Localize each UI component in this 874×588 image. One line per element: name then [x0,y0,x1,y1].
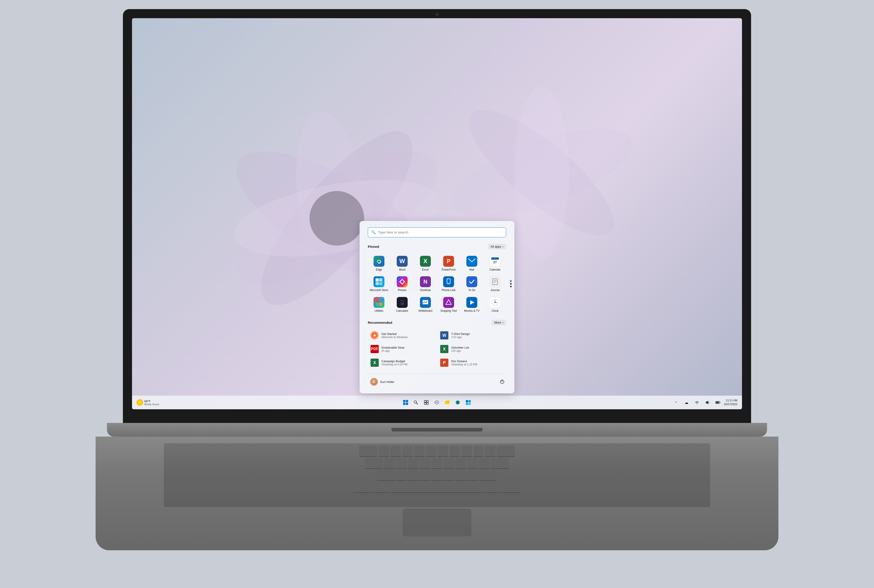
app-store[interactable]: Microsoft Store [368,274,390,294]
start-button[interactable] [401,398,410,407]
key-w[interactable] [390,446,401,457]
all-apps-button[interactable]: All apps › [488,244,506,249]
time-display[interactable]: 11:11 AM 10/27/2022 [724,399,737,406]
rec-name-oceans: Our Oceans [451,360,477,363]
app-snipping[interactable]: Snipping Tool [438,295,460,314]
snipping-label: Snipping Tool [441,309,457,312]
chevron-right-icon: › [502,245,504,248]
store-taskbar-button[interactable] [463,398,473,407]
utilities-icon [373,297,384,308]
key-ralt[interactable] [483,482,502,493]
rec-sustainable[interactable]: PDF Sustainable Seas 2h ago [368,343,436,356]
key-caps[interactable] [365,458,383,469]
search-bar[interactable]: 🔍 [368,227,506,237]
keyboard-base [96,436,778,550]
app-photos[interactable]: Photos [391,274,413,294]
key-l[interactable] [479,458,490,469]
rec-oceans[interactable]: P Our Oceans Yesterday at 1:15 PM [438,356,506,369]
key-bksp[interactable] [496,446,515,457]
volume-icon[interactable] [703,398,712,407]
key-h[interactable] [443,458,454,469]
key-space[interactable] [391,482,483,493]
battery-icon[interactable] [713,398,722,407]
rec-tshirt[interactable]: W T-Shirt Design 17m ago [438,329,506,342]
file-explorer-button[interactable] [443,398,452,407]
edge-taskbar-button[interactable] [453,398,462,407]
key-lshift[interactable] [377,470,395,481]
key-j[interactable] [455,458,466,469]
app-mail[interactable]: Mail [461,254,483,273]
search-taskbar-button[interactable] [411,398,420,407]
rec-campaign[interactable]: X Campaign Budget Yesterday at 4:24 PM [368,356,436,369]
key-tab[interactable] [359,446,378,457]
wifi-icon[interactable] [692,398,701,407]
key-r[interactable] [414,446,425,457]
app-powerpoint[interactable]: P PowerPoint [438,254,460,273]
weather-widget[interactable]: 68°F Mostly Sunny [137,399,159,406]
task-view-button[interactable] [422,398,431,407]
key-n[interactable] [455,470,466,481]
app-whiteboard[interactable]: Whiteboard [414,295,436,314]
app-calculator[interactable]: Calculator [391,295,413,314]
key-rshift[interactable] [479,470,497,481]
rec-info-oceans: Our Oceans Yesterday at 1:15 PM [451,360,477,366]
key-e[interactable] [402,446,413,457]
rec-get-started[interactable]: Get Started Welcome to Windows [368,329,436,342]
app-excel[interactable]: X Excel [414,254,436,273]
app-movies[interactable]: Movies & TV [461,295,483,314]
key-i[interactable] [461,446,472,457]
key-rctrl[interactable] [502,482,521,493]
power-button[interactable] [498,378,506,386]
key-f[interactable] [420,458,431,469]
key-x[interactable] [408,470,419,481]
key-v[interactable] [432,470,442,481]
app-word[interactable]: W Word [391,254,413,273]
user-profile[interactable]: G Guri Holter [368,376,397,387]
camera [435,13,439,16]
key-lctrl[interactable] [353,482,372,493]
rec-volunteer[interactable]: X Volunteer List 12h ago [438,343,506,356]
app-onenote[interactable]: N OneNote [414,274,436,294]
key-s[interactable] [396,458,407,469]
trackpad[interactable] [403,509,471,536]
key-g[interactable] [432,458,442,469]
phonelink-icon [443,276,454,287]
key-p[interactable] [485,446,496,457]
mail-icon [466,256,477,267]
svg-rect-74 [716,402,719,404]
key-b[interactable] [443,470,454,481]
teams-chat-button[interactable] [432,398,441,407]
key-t[interactable] [426,446,436,457]
dot-2[interactable] [510,283,511,285]
dot-3[interactable] [510,286,511,287]
app-phonelink[interactable]: Phone Link [438,274,460,294]
search-input[interactable] [378,230,503,234]
word-icon: W [397,256,408,267]
app-edge[interactable]: Edge [368,254,390,273]
key-a[interactable] [384,458,395,469]
svg-rect-55 [406,403,408,405]
key-z[interactable] [396,470,407,481]
svg-point-37 [403,303,404,303]
whiteboard-icon [420,297,431,308]
key-u[interactable] [449,446,460,457]
key-o[interactable] [473,446,484,457]
show-hidden-button[interactable] [671,398,680,407]
journal-icon [490,276,501,287]
app-todo[interactable]: To Do [461,274,483,294]
key-q[interactable] [378,446,389,457]
key-lalt[interactable] [372,482,391,493]
app-clock[interactable]: Clock [484,295,506,314]
app-journal[interactable]: Journal [484,274,506,294]
key-enter[interactable] [491,458,509,469]
more-button[interactable]: More › [492,320,506,326]
dot-1[interactable] [510,280,511,282]
app-utilities[interactable]: Utilities [368,295,390,314]
key-k[interactable] [467,458,478,469]
key-y[interactable] [438,446,448,457]
key-c[interactable] [420,470,431,481]
app-calendar[interactable]: 27 Calendar [484,254,506,273]
svg-rect-60 [424,403,426,405]
key-m[interactable] [467,470,478,481]
key-d[interactable] [408,458,419,469]
